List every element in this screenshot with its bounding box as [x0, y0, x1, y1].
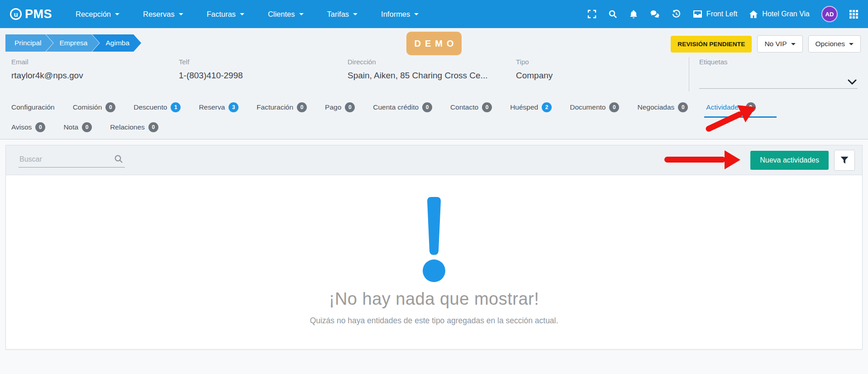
tab-label: Contacto	[450, 103, 478, 111]
breadcrumb-item-principal[interactable]: Principal	[5, 34, 53, 52]
nav-menu-facturas[interactable]: Facturas	[195, 0, 256, 28]
page: u PMS RecepciónReservasFacturasClientesT…	[0, 0, 868, 374]
fullscreen-icon[interactable]	[587, 10, 596, 19]
tab-negociadas[interactable]: Negociadas0	[637, 101, 688, 118]
new-activity-button[interactable]: Nueva actividades	[750, 151, 829, 170]
field-phone: Telf 1-(803)410-2998	[179, 58, 243, 81]
nav-menu-reservas[interactable]: Reservas	[131, 0, 195, 28]
caret-down-icon	[179, 13, 183, 15]
caret-down-icon	[353, 13, 358, 15]
nav-menu-tarifas[interactable]: Tarifas	[315, 0, 370, 28]
chat-icon[interactable]	[650, 10, 660, 19]
options-dropdown[interactable]: Opciones	[808, 35, 861, 53]
tab-label: Nota	[63, 123, 78, 131]
field-label: Telf	[179, 58, 243, 66]
filter-icon	[840, 156, 849, 165]
nav-menu-label: Tarifas	[327, 10, 349, 19]
tab-count-badge: 0	[678, 102, 688, 112]
tab-descuento[interactable]: Descuento1	[134, 101, 181, 118]
field-label: Dirección	[348, 58, 487, 66]
brand-text: PMS	[25, 7, 52, 21]
tab-count-badge: 2	[542, 102, 552, 112]
breadcrumb-item-agimba[interactable]: Agimba	[92, 34, 141, 52]
field-tags: Etiquetas	[699, 58, 858, 89]
tab-label: Actividades	[706, 103, 742, 111]
tab-avisos[interactable]: Avisos0	[11, 120, 45, 138]
vertical-divider	[689, 57, 689, 91]
tab-pago[interactable]: Pago0	[325, 101, 355, 118]
vip-dropdown[interactable]: No VIP	[757, 35, 802, 53]
tab-documento[interactable]: Documento0	[570, 101, 619, 118]
field-address: Dirección Spain, Aiken, 85 Charing Cross…	[348, 58, 487, 81]
notifications-bell-icon[interactable]	[629, 10, 638, 19]
exclamation-icon	[420, 197, 448, 283]
caret-down-icon	[299, 13, 304, 15]
tab-label: Configuración	[11, 103, 55, 111]
tab-comision[interactable]: Comisión0	[73, 101, 116, 118]
tab-count-badge: 0	[482, 102, 492, 112]
tab-label: Avisos	[11, 123, 32, 131]
nav-menu-label: Recepción	[76, 10, 111, 19]
empty-state-subtitle: Quizás no haya entidades de este tipo ag…	[310, 316, 558, 326]
field-label: Etiquetas	[699, 58, 858, 66]
vip-dropdown-label: No VIP	[764, 40, 787, 48]
search-icon[interactable]	[114, 154, 123, 163]
top-navbar: u PMS RecepciónReservasFacturasClientesT…	[0, 0, 868, 28]
nav-menu-label: Clientes	[268, 10, 295, 19]
tags-select[interactable]	[699, 71, 858, 89]
tab-count-badge: 0	[609, 102, 619, 112]
toolbar-right: Nueva actividades	[750, 150, 855, 171]
field-value: 1-(803)410-2998	[179, 71, 243, 81]
tab-count-badge: 1	[171, 102, 181, 112]
tab-cuenta-credito[interactable]: Cuenta crédito0	[373, 101, 432, 118]
tab-count-badge: 0	[422, 102, 432, 112]
user-avatar[interactable]: AD	[821, 6, 838, 22]
caret-down-icon	[115, 13, 119, 15]
filter-button[interactable]	[834, 150, 855, 171]
caret-down-icon	[791, 43, 796, 45]
tab-contacto[interactable]: Contacto0	[450, 101, 492, 118]
app-logo[interactable]: u PMS	[10, 7, 52, 21]
tab-label: Reserva	[199, 103, 225, 111]
breadcrumb-item-empresa[interactable]: Empresa	[46, 34, 99, 52]
search-field	[19, 153, 125, 168]
tab-label: Documento	[570, 103, 606, 111]
nav-menu-label: Facturas	[207, 10, 236, 19]
entity-header: PrincipalEmpresaAgimba DEMO REVISIÓN PEN…	[0, 28, 868, 139]
empty-state-title: ¡No hay nada que mostrar!	[329, 289, 539, 309]
chevron-down-icon	[848, 79, 857, 85]
tab-count-badge: 0	[297, 102, 307, 112]
header-actions: REVISIÓN PENDIENTE No VIP Opciones	[671, 35, 861, 53]
tab-label: Cuenta crédito	[373, 103, 419, 111]
nav-menu-recepcion[interactable]: Recepción	[64, 0, 131, 28]
field-label: Email	[11, 58, 83, 66]
tab-relaciones[interactable]: Relaciones0	[110, 120, 158, 138]
history-icon[interactable]	[672, 10, 681, 19]
tab-label: Relaciones	[110, 123, 145, 131]
tab-facturacion[interactable]: Facturación0	[257, 101, 307, 118]
content-panel: Nueva actividades ¡No hay nada que mostr…	[5, 145, 863, 350]
apps-grid-icon[interactable]	[849, 10, 858, 19]
nav-menu-clientes[interactable]: Clientes	[256, 0, 315, 28]
front-office-label: Front Left	[706, 10, 737, 18]
tab-nota[interactable]: Nota0	[63, 120, 92, 138]
tab-label: Negociadas	[637, 103, 674, 111]
tab-configuracion[interactable]: Configuración	[11, 101, 55, 118]
field-value: Company	[516, 71, 553, 81]
demo-badge: DEMO	[406, 32, 462, 55]
tab-label: Huésped	[510, 103, 538, 111]
nav-menu-informes[interactable]: Informes	[369, 0, 430, 28]
hotel-selector[interactable]: Hotel Gran Via	[749, 10, 810, 19]
search-nav-icon[interactable]	[608, 10, 617, 19]
tab-huesped[interactable]: Huésped2	[510, 101, 552, 118]
empty-state: ¡No hay nada que mostrar! Quizás no haya…	[6, 175, 862, 326]
caret-down-icon	[414, 13, 419, 15]
search-input[interactable]	[19, 153, 125, 168]
tab-label: Descuento	[134, 103, 167, 111]
field-value: Spain, Aiken, 85 Charing Cross Ce...	[348, 71, 487, 81]
field-value: rtaylor4k@nps.gov	[11, 71, 83, 81]
tab-reserva[interactable]: Reserva3	[199, 101, 238, 118]
tab-count-badge: 0	[345, 102, 355, 112]
front-office-selector[interactable]: Front Left	[693, 10, 737, 18]
nav-menu-label: Informes	[381, 10, 410, 19]
